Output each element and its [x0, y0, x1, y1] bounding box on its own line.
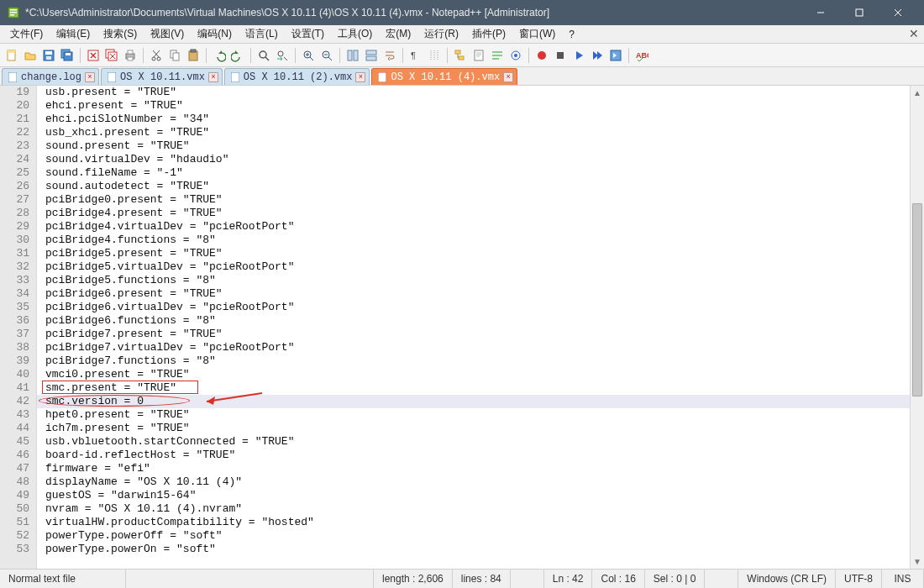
- menu-settings[interactable]: 设置(T): [285, 25, 331, 43]
- code-line[interactable]: firmware = "efi": [37, 462, 910, 475]
- code-line[interactable]: powerType.powerOn = "soft": [37, 543, 910, 556]
- menu-view[interactable]: 视图(V): [144, 25, 191, 43]
- menu-search[interactable]: 搜索(S): [97, 25, 144, 43]
- play-multi-icon[interactable]: [589, 47, 606, 64]
- code-line[interactable]: pciBridge6.functions = "8": [37, 314, 910, 328]
- menu-file[interactable]: 文件(F): [3, 25, 50, 43]
- zoom-in-icon[interactable]: [300, 47, 317, 64]
- code-line[interactable]: smc.present = "TRUE": [37, 381, 910, 395]
- scroll-down-icon[interactable]: ▼: [911, 554, 924, 569]
- tab-close-icon[interactable]: ×: [208, 72, 218, 82]
- scrollbar-thumb[interactable]: [912, 203, 922, 396]
- menu-encoding[interactable]: 编码(N): [191, 25, 239, 43]
- tab-osx1011-2[interactable]: OS X 10.11 (2).vmx ×: [224, 68, 370, 85]
- code-line[interactable]: nvram = "OS X 10.11 (4).nvram": [37, 502, 910, 516]
- code-line[interactable]: sound.fileName = "-1": [37, 166, 910, 180]
- code-line[interactable]: usb.vbluetooth.startConnected = "TRUE": [37, 435, 910, 449]
- spellcheck-icon[interactable]: ABC: [633, 47, 650, 64]
- record-macro-icon[interactable]: [533, 47, 550, 64]
- code-line[interactable]: pciBridge7.functions = "8": [37, 354, 910, 368]
- menu-macro[interactable]: 宏(M): [379, 25, 417, 43]
- play-macro-icon[interactable]: [570, 47, 587, 64]
- menu-language[interactable]: 语言(L): [239, 25, 285, 43]
- folder-tree-icon[interactable]: [452, 47, 469, 64]
- close-button[interactable]: [879, 0, 917, 25]
- monitor-icon[interactable]: [507, 47, 524, 64]
- code-line[interactable]: displayName = "OS X 10.11 (4)": [37, 475, 910, 489]
- undo-icon[interactable]: [211, 47, 228, 64]
- code-line[interactable]: usb.present = "TRUE": [37, 86, 910, 99]
- tab-osx1011[interactable]: OS X 10.11.vmx ×: [101, 68, 223, 85]
- status-encoding[interactable]: UTF-8: [836, 570, 882, 588]
- code-line[interactable]: smc.version = 0: [37, 395, 910, 408]
- code-line[interactable]: pciBridge4.present = "TRUE": [37, 207, 910, 220]
- code-line[interactable]: pciBridge5.functions = "8": [37, 274, 910, 287]
- menu-edit[interactable]: 编辑(E): [50, 25, 97, 43]
- replace-icon[interactable]: [274, 47, 291, 64]
- menu-window[interactable]: 窗口(W): [512, 25, 562, 43]
- tab-change-log[interactable]: change.log ×: [2, 68, 99, 85]
- code-line[interactable]: board-id.reflectHost = "TRUE": [37, 449, 910, 462]
- menu-plugins[interactable]: 插件(P): [465, 25, 512, 43]
- menu-tools[interactable]: 工具(O): [331, 25, 379, 43]
- sync-v-icon[interactable]: [344, 47, 361, 64]
- code-line[interactable]: ehci.present = "TRUE": [37, 99, 910, 113]
- stop-macro-icon[interactable]: [552, 47, 569, 64]
- doc-map-icon[interactable]: [470, 47, 487, 64]
- scroll-up-icon[interactable]: ▲: [911, 86, 924, 100]
- paste-icon[interactable]: [185, 47, 202, 64]
- status-eol[interactable]: Windows (CR LF): [738, 570, 836, 588]
- tab-close-icon[interactable]: ×: [503, 72, 513, 82]
- code-line[interactable]: powerType.powerOff = "soft": [37, 529, 910, 543]
- maximize-button[interactable]: [840, 0, 879, 25]
- code-line[interactable]: hpet0.present = "TRUE": [37, 408, 910, 422]
- code-line[interactable]: guestOS = "darwin15-64": [37, 489, 910, 502]
- code-line[interactable]: pciBridge0.present = "TRUE": [37, 193, 910, 207]
- func-list-icon[interactable]: [489, 47, 506, 64]
- tab-osx1011-4[interactable]: OS X 10.11 (4).vmx ×: [371, 68, 517, 85]
- code-line[interactable]: pciBridge5.present = "TRUE": [37, 247, 910, 260]
- close-file-icon[interactable]: [85, 47, 102, 64]
- save-macro-icon[interactable]: [607, 47, 624, 64]
- tab-close-icon[interactable]: ×: [355, 72, 365, 82]
- secondary-close-icon[interactable]: ✕: [909, 27, 919, 40]
- open-file-icon[interactable]: [22, 47, 39, 64]
- menu-run[interactable]: 运行(R): [417, 25, 465, 43]
- save-all-icon[interactable]: [59, 47, 76, 64]
- code-line[interactable]: virtualHW.productCompatibility = "hosted…: [37, 516, 910, 529]
- code-line[interactable]: pciBridge7.present = "TRUE": [37, 328, 910, 341]
- code-area[interactable]: usb.present = "TRUE"ehci.present = "TRUE…: [37, 86, 910, 569]
- code-line[interactable]: ehci.pciSlotNumber = "34": [37, 113, 910, 126]
- vertical-scrollbar[interactable]: ▲ ▼: [910, 86, 924, 569]
- zoom-out-icon[interactable]: [318, 47, 335, 64]
- cut-icon[interactable]: [148, 47, 165, 64]
- code-line[interactable]: pciBridge5.virtualDev = "pcieRootPort": [37, 260, 910, 274]
- code-line[interactable]: pciBridge6.virtualDev = "pcieRootPort": [37, 301, 910, 314]
- code-line[interactable]: sound.present = "TRUE": [37, 139, 910, 153]
- find-icon[interactable]: [255, 47, 272, 64]
- sync-h-icon[interactable]: [363, 47, 380, 64]
- save-icon[interactable]: [40, 47, 57, 64]
- code-line[interactable]: ich7m.present = "TRUE": [37, 422, 910, 435]
- new-file-icon[interactable]: [3, 47, 20, 64]
- code-line[interactable]: vmci0.present = "TRUE": [37, 368, 910, 381]
- code-line[interactable]: sound.virtualDev = "hdaudio": [37, 153, 910, 166]
- redo-icon[interactable]: [229, 47, 246, 64]
- copy-icon[interactable]: [166, 47, 183, 64]
- close-all-icon[interactable]: [103, 47, 120, 64]
- tab-close-icon[interactable]: ×: [85, 72, 95, 82]
- minimize-button[interactable]: [801, 0, 840, 25]
- code-line[interactable]: usb_xhci.present = "TRUE": [37, 126, 910, 139]
- status-mode[interactable]: INS: [882, 570, 924, 588]
- print-icon[interactable]: [122, 47, 139, 64]
- indent-guide-icon[interactable]: [426, 47, 443, 64]
- code-line[interactable]: sound.autodetect = "TRUE": [37, 180, 910, 193]
- code-line[interactable]: pciBridge4.functions = "8": [37, 234, 910, 247]
- code-line[interactable]: pciBridge6.present = "TRUE": [37, 287, 910, 301]
- code-line[interactable]: pciBridge4.virtualDev = "pcieRootPort": [37, 220, 910, 234]
- wrap-icon[interactable]: [381, 47, 398, 64]
- code-line[interactable]: pciBridge7.virtualDev = "pcieRootPort": [37, 341, 910, 354]
- show-all-chars-icon[interactable]: ¶: [407, 47, 424, 64]
- menu-help[interactable]: ?: [562, 27, 581, 42]
- svg-rect-46: [366, 50, 376, 55]
